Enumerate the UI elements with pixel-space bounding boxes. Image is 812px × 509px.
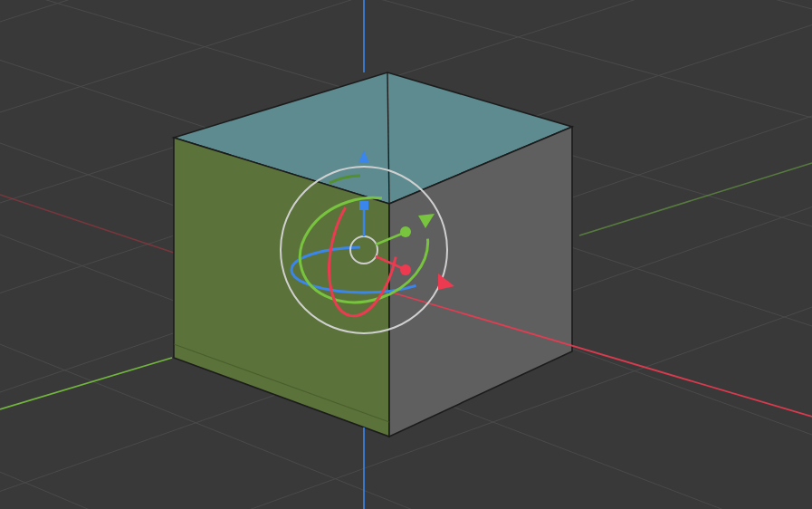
- gizmo-translate-z[interactable]: [358, 150, 369, 236]
- gizmo-rotate-z[interactable]: [291, 247, 436, 293]
- gizmo-center[interactable]: [350, 236, 377, 264]
- gizmo-translate-y[interactable]: [376, 214, 435, 245]
- svg-point-22: [400, 264, 411, 275]
- viewport-3d[interactable]: [0, 0, 812, 509]
- svg-marker-23: [438, 274, 454, 290]
- svg-line-18: [376, 234, 402, 245]
- svg-marker-20: [418, 214, 435, 228]
- svg-line-21: [376, 256, 402, 268]
- transform-gizmo[interactable]: [0, 0, 812, 509]
- gizmo-arc-fragment: [330, 176, 360, 183]
- svg-point-19: [400, 226, 411, 237]
- svg-marker-17: [358, 150, 369, 163]
- gizmo-view-ring[interactable]: [281, 167, 447, 333]
- svg-rect-16: [359, 201, 368, 210]
